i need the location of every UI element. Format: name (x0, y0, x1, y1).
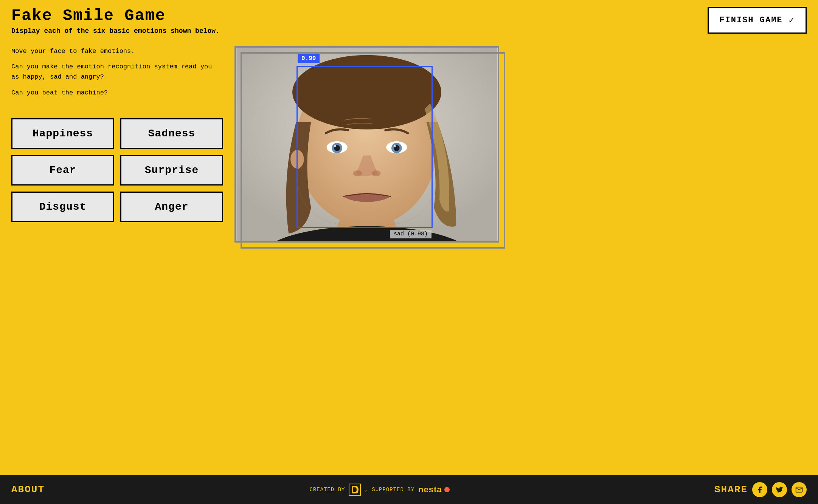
instruction-line1: Move your face to fake emotions. (11, 46, 223, 56)
footer-credits: CREATED BY , SUPPORTED BY nesta (309, 484, 449, 496)
emotion-button-surprise[interactable]: Surprise (120, 155, 223, 186)
finish-game-button[interactable]: FINISH GAME ✓ (708, 7, 807, 34)
instructions-text: Move your face to fake emotions. Can you… (11, 46, 223, 103)
footer: ABOUT CREATED BY , SUPPORTED BY nesta SH… (0, 475, 818, 504)
finish-button-label: FINISH GAME (719, 15, 782, 25)
page-title: Fake Smile Game (11, 7, 220, 25)
page-subtitle: Display each of the six basic emotions s… (11, 27, 220, 35)
share-label: SHARE (714, 484, 748, 495)
about-link[interactable]: ABOUT (11, 484, 45, 495)
created-by-text: CREATED BY (309, 487, 345, 493)
header: Fake Smile Game Display each of the six … (0, 0, 818, 39)
left-panel: Move your face to fake emotions. Can you… (11, 42, 223, 472)
header-left: Fake Smile Game Display each of the six … (11, 7, 220, 35)
instruction-line3: Can you beat the machine? (11, 88, 223, 98)
detection-score: 0.99 (298, 54, 320, 63)
emotion-button-anger[interactable]: Anger (120, 192, 223, 222)
main-content: Move your face to fake emotions. Can you… (0, 39, 818, 475)
supported-by-text: , SUPPORTED BY (365, 487, 414, 493)
emotion-button-happiness[interactable]: Happiness (11, 118, 114, 149)
nesta-logo: nesta (418, 485, 449, 495)
twitter-share-button[interactable] (772, 482, 787, 497)
right-panel: 0.99 sad (0.98) (234, 42, 807, 472)
emotion-button-fear[interactable]: Fear (11, 155, 114, 186)
facebook-share-button[interactable] (752, 482, 767, 497)
checkmark-icon: ✓ (789, 15, 795, 26)
emotion-button-sadness[interactable]: Sadness (120, 118, 223, 149)
footer-share: SHARE (714, 482, 807, 497)
instruction-line2: Can you make the emotion recognition sys… (11, 62, 223, 82)
video-container: 0.99 sad (0.98) (234, 46, 499, 243)
emotion-button-disgust[interactable]: Disgust (11, 192, 114, 222)
creator-logo (349, 484, 361, 496)
detection-label: sad (0.98) (390, 230, 432, 238)
face-detection-box: 0.99 sad (0.98) (296, 66, 433, 228)
emotion-grid: Happiness Sadness Fear Surprise Disgust … (11, 118, 223, 222)
email-share-button[interactable] (792, 482, 807, 497)
video-wrapper: 0.99 sad (0.98) (234, 46, 499, 243)
